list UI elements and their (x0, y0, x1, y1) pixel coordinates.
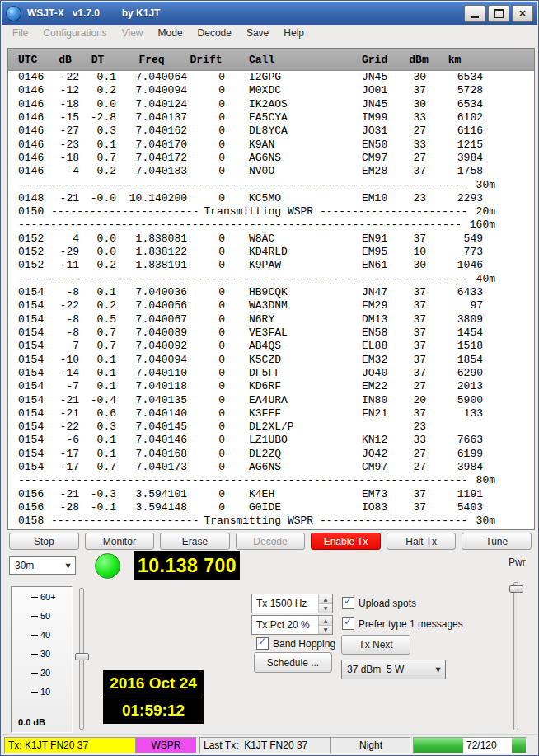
menu-decode[interactable]: Decode (190, 26, 239, 40)
decode-table: UTC dB DT Freq Drift Call Grid dBm km 01… (7, 48, 535, 530)
decode-row[interactable]: 015470.77.0400920AB4QSEL88371518 (8, 340, 534, 353)
upload-spots-checkbox[interactable]: Upload spots (342, 597, 416, 609)
decode-row[interactable]: 0154-100.17.0400940K5CZDEM32371854 (8, 354, 534, 367)
prefer-type1-checkbox-box[interactable] (342, 617, 354, 630)
cell-grid (362, 420, 411, 434)
minimize-button[interactable] (464, 5, 485, 22)
decode-table-body[interactable]: 0146-220.17.0400640I2GPGJN453065340146-1… (8, 71, 534, 529)
cell-utc: 0146 (18, 139, 51, 152)
band-hopping-checkbox[interactable]: Band Hopping (256, 637, 335, 650)
rx-gain-slider-handle[interactable] (75, 653, 89, 660)
spin-up-icon[interactable]: ▲ (319, 594, 332, 604)
pwr-slider-handle[interactable] (509, 585, 523, 593)
decode-row[interactable]: 0148-21-0.010.1402000KC5MOEM10232293 (8, 192, 534, 205)
decode-row[interactable]: 0156-21-0.33.5941010K4EHEM73371191 (8, 488, 534, 501)
cell-call: IK2AOS (225, 98, 362, 111)
monitor-button[interactable]: Monitor (85, 533, 155, 550)
cell-dbm: 37 (411, 84, 426, 97)
decode-row[interactable]: 0146-40.27.0401830NV0OEM28371758 (8, 165, 534, 178)
decode-row[interactable]: 0154-60.17.0401460LZ1UBOKN12337663 (8, 434, 534, 447)
maximize-button[interactable] (488, 5, 509, 22)
stop-button[interactable]: Stop (9, 533, 79, 550)
cell-freq: 7.040137 (116, 111, 187, 124)
header-dbm: dBm (411, 54, 426, 66)
decode-row[interactable]: 0146-120.27.0400940M0XDCJO01375728 (8, 84, 534, 97)
menu-view[interactable]: View (115, 26, 151, 40)
band-select[interactable]: 30m ▼ (9, 556, 76, 575)
spin-down-icon[interactable]: ▼ (319, 604, 332, 613)
halt-tx-button[interactable]: Halt Tx (387, 533, 457, 550)
enable-tx-button[interactable]: Enable Tx (311, 533, 381, 550)
decode-row[interactable]: 0154-220.27.0400560WA3DNMFM293797 (8, 299, 534, 312)
decode-row[interactable]: 0152-290.01.8381220KD4RLDEM9510773 (8, 246, 534, 259)
menu-file[interactable]: File (5, 26, 35, 40)
rx-gain-slider[interactable] (75, 588, 87, 730)
prefer-type1-checkbox[interactable]: Prefer type 1 messages (342, 617, 463, 630)
cell-grid: JO40 (362, 367, 411, 380)
tx-pct-spin-buttons[interactable]: ▲ ▼ (318, 616, 332, 634)
decode-row[interactable]: 0154-80.17.0400360HB9CQKJN47376433 (8, 286, 534, 299)
cell-dt: -2.8 (79, 111, 116, 124)
pwr-slider[interactable] (509, 582, 522, 730)
menu-mode[interactable]: Mode (151, 26, 190, 40)
decode-row[interactable]: 0154-210.67.0401400K3FEFFN2137133 (8, 407, 534, 420)
decode-row[interactable]: 0146-220.17.0400640I2GPGJN45306534 (8, 71, 534, 84)
mode-segment: WSPR (135, 737, 197, 754)
upload-spots-checkbox-box[interactable] (342, 597, 354, 609)
decode-row[interactable]: 0146-180.07.0401240IK2AOSJN45306534 (8, 98, 534, 111)
cell-freq: 1.838122 (116, 246, 187, 259)
spin-down-icon[interactable]: ▼ (319, 626, 332, 635)
erase-button[interactable]: Erase (160, 533, 230, 550)
cell-call: K4EH (225, 488, 362, 501)
decode-row[interactable]: 0154-170.77.0401730AG6NSCM97273984 (8, 461, 534, 474)
close-button[interactable]: × (512, 5, 533, 22)
decode-row[interactable]: 0152-110.21.8381910K9PAWEN61301046 (8, 259, 534, 272)
cell-drift: 0 (187, 501, 225, 514)
tx-freq-spin-buttons[interactable]: ▲ ▼ (318, 594, 332, 613)
cell-grid: DM13 (362, 313, 411, 326)
cell-drift: 0 (187, 380, 225, 393)
menu-help[interactable]: Help (276, 26, 312, 40)
band-hopping-checkbox-box[interactable] (256, 637, 269, 650)
tx-pct-spinner[interactable]: Tx Pct 20 % ▲ ▼ (251, 615, 333, 635)
decode-row[interactable]: 0156-28-0.13.5941480G0IDEIO83375403 (8, 501, 534, 514)
decode-row[interactable]: 0146-230.17.0401700K9ANEN50331215 (8, 139, 534, 152)
decode-row[interactable]: 015240.01.8380810W8ACEN9137549 (8, 232, 534, 246)
cell-utc: 0152 (18, 246, 51, 259)
cell-freq: 1.838191 (116, 259, 187, 272)
transmitting-row: 0158------------------------------------… (8, 514, 534, 528)
decode-row[interactable]: 0154-220.37.0401450DL2XL/P23 (8, 420, 534, 434)
cell-grid: EN50 (362, 139, 411, 152)
decode-row[interactable]: 0146-270.37.0401620DL8YCAJO31276116 (8, 124, 534, 138)
pwr-slider-track[interactable] (513, 582, 518, 730)
power-select[interactable]: 37 dBm 5 W ▼ (341, 660, 446, 679)
cell-utc: 0146 (18, 71, 51, 84)
cell-km: 6433 (426, 286, 483, 299)
menu-configurations[interactable]: Configurations (35, 26, 114, 40)
cell-freq: 7.040145 (116, 420, 187, 434)
decode-row[interactable]: 0154-70.17.0401180KD6RFEM22272013 (8, 380, 534, 393)
cell-utc: 0154 (18, 299, 51, 312)
prefer-type1-label: Prefer type 1 messages (359, 618, 463, 630)
tx-next-button[interactable]: Tx Next (341, 635, 410, 655)
decode-row[interactable]: 0146-180.77.0401720AG6NSCM97273984 (8, 152, 534, 165)
decode-row[interactable]: 0146-15-2.87.0401370EA5CYAIM99336102 (8, 111, 534, 124)
band-hopping-label: Band Hopping (273, 638, 335, 650)
scale-label: 20 (40, 668, 50, 678)
decode-row[interactable]: 0154-80.57.0400670N6RYDM13373809 (8, 313, 534, 326)
schedule-button[interactable]: Schedule ... (254, 652, 332, 673)
cell-call: G0IDE (225, 501, 362, 514)
decode-row[interactable]: 0154-80.77.0400890VE3FALEN58371454 (8, 326, 534, 340)
decode-button[interactable]: Decode (236, 533, 306, 550)
tune-button[interactable]: Tune (462, 533, 532, 550)
decode-row[interactable]: 0154-21-0.47.0401350EA4URAIN80205900 (8, 394, 534, 407)
separator-dashes: ----------------------------------------… (18, 273, 466, 286)
cell-drift: 0 (187, 152, 225, 165)
spin-up-icon[interactable]: ▲ (319, 616, 332, 626)
menu-save[interactable]: Save (239, 26, 276, 40)
cell-freq: 7.040118 (116, 380, 187, 393)
decode-row[interactable]: 0154-170.17.0401680DL2ZQJO42276199 (8, 448, 534, 461)
tx-freq-spinner[interactable]: Tx 1500 Hz ▲ ▼ (251, 594, 333, 613)
cell-drift: 0 (187, 354, 225, 367)
decode-row[interactable]: 0154-140.17.0401100DF5FFJO40376290 (8, 367, 534, 380)
